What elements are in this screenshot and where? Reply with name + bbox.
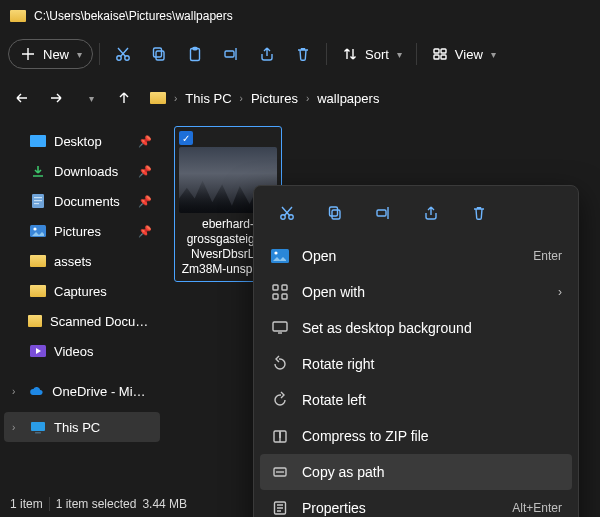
chevron-right-icon: › xyxy=(174,93,177,104)
pin-icon: 📌 xyxy=(138,135,152,148)
sidebar-item-assets[interactable]: assets xyxy=(4,246,160,276)
ctx-zip[interactable]: Compress to ZIP file xyxy=(260,418,572,454)
svg-point-27 xyxy=(274,251,277,254)
svg-rect-28 xyxy=(273,285,278,290)
sort-icon xyxy=(341,45,359,63)
accel: Alt+Enter xyxy=(512,501,562,515)
ctx-rotate-left[interactable]: Rotate left xyxy=(260,382,572,418)
share-button[interactable] xyxy=(250,37,284,71)
new-button[interactable]: New ▾ xyxy=(8,39,93,69)
folder-icon xyxy=(28,315,42,327)
ctx-open[interactable]: OpenEnter xyxy=(260,238,572,274)
svg-point-17 xyxy=(33,227,36,230)
cut-button[interactable] xyxy=(106,37,140,71)
svg-rect-2 xyxy=(156,51,164,60)
context-menu: OpenEnter Open with› Set as desktop back… xyxy=(253,185,579,517)
svg-rect-6 xyxy=(225,51,234,57)
svg-rect-30 xyxy=(273,294,278,299)
titlebar[interactable]: C:\Users\bekaise\Pictures\wallpapers xyxy=(0,0,600,32)
accel: Enter xyxy=(533,249,562,263)
copy-icon xyxy=(150,45,168,63)
scissors-icon xyxy=(278,204,296,222)
rotate-right-icon xyxy=(270,355,290,373)
scissors-icon xyxy=(114,45,132,63)
chevron-down-icon: ▾ xyxy=(491,49,496,60)
crumb-wallpapers[interactable]: wallpapers xyxy=(317,91,379,106)
cloud-icon xyxy=(28,383,44,399)
svg-rect-13 xyxy=(34,197,42,198)
rename-button[interactable] xyxy=(214,37,248,71)
expand-icon[interactable]: › xyxy=(12,422,22,433)
recent-button[interactable]: ▾ xyxy=(76,84,104,112)
view-button[interactable]: View ▾ xyxy=(423,37,504,71)
sidebar-item-captures[interactable]: Captures xyxy=(4,276,160,306)
paste-button[interactable] xyxy=(178,37,212,71)
up-button[interactable] xyxy=(110,84,138,112)
expand-icon[interactable]: › xyxy=(12,386,20,397)
status-size: 3.44 MB xyxy=(142,497,187,511)
copy-icon xyxy=(326,204,344,222)
sort-button[interactable]: Sort ▾ xyxy=(333,37,410,71)
ctx-properties[interactable]: PropertiesAlt+Enter xyxy=(260,490,572,517)
ctx-rename-button[interactable] xyxy=(362,196,404,230)
copy-button[interactable] xyxy=(142,37,176,71)
svg-rect-25 xyxy=(377,210,386,216)
toolbar: New ▾ Sort ▾ View ▾ xyxy=(0,32,600,76)
separator xyxy=(416,43,417,65)
chevron-down-icon: ▾ xyxy=(397,49,402,60)
folder-icon xyxy=(10,10,26,22)
plus-icon xyxy=(19,45,37,63)
ctx-delete-button[interactable] xyxy=(458,196,500,230)
ctx-copy-button[interactable] xyxy=(314,196,356,230)
sidebar-item-onedrive[interactable]: ›OneDrive - Microsoft xyxy=(4,376,160,406)
sidebar-item-downloads[interactable]: Downloads📌 xyxy=(4,156,160,186)
path-icon xyxy=(270,463,290,481)
address-bar[interactable]: › This PC › Pictures › wallpapers xyxy=(144,91,379,106)
pin-icon: 📌 xyxy=(138,225,152,238)
svg-rect-23 xyxy=(332,210,340,219)
svg-rect-7 xyxy=(434,49,439,53)
properties-icon xyxy=(270,499,290,517)
ctx-rotate-right[interactable]: Rotate right xyxy=(260,346,572,382)
pictures-icon xyxy=(30,223,46,239)
crumb-this-pc[interactable]: This PC xyxy=(185,91,231,106)
svg-rect-24 xyxy=(330,207,338,216)
monitor-icon xyxy=(270,319,290,337)
ctx-share-button[interactable] xyxy=(410,196,452,230)
sidebar-item-documents[interactable]: Documents📌 xyxy=(4,186,160,216)
status-selected: 1 item selected xyxy=(56,497,137,511)
sidebar-item-desktop[interactable]: Desktop📌 xyxy=(4,126,160,156)
crumb-pictures[interactable]: Pictures xyxy=(251,91,298,106)
context-toolbar xyxy=(260,192,572,238)
ctx-copy-as-path[interactable]: Copy as path xyxy=(260,454,572,490)
selected-check-icon[interactable]: ✓ xyxy=(179,131,193,145)
pin-icon: 📌 xyxy=(138,165,152,178)
svg-rect-14 xyxy=(34,200,42,201)
svg-rect-11 xyxy=(30,135,46,147)
delete-button[interactable] xyxy=(286,37,320,71)
sidebar-item-thispc[interactable]: ›This PC xyxy=(4,412,160,442)
separator xyxy=(99,43,100,65)
videos-icon xyxy=(30,343,46,359)
rename-icon xyxy=(222,45,240,63)
svg-rect-8 xyxy=(441,49,446,53)
svg-rect-31 xyxy=(282,294,287,299)
svg-rect-15 xyxy=(34,203,39,204)
sidebar-item-videos[interactable]: Videos xyxy=(4,336,160,366)
chevron-right-icon: › xyxy=(240,93,243,104)
ctx-set-background[interactable]: Set as desktop background xyxy=(260,310,572,346)
view-icon xyxy=(431,45,449,63)
title-path: C:\Users\bekaise\Pictures\wallpapers xyxy=(34,9,233,23)
forward-button[interactable] xyxy=(42,84,70,112)
svg-rect-19 xyxy=(31,422,45,431)
ctx-cut-button[interactable] xyxy=(266,196,308,230)
ctx-open-with[interactable]: Open with› xyxy=(260,274,572,310)
folder-icon xyxy=(150,92,166,104)
back-button[interactable] xyxy=(8,84,36,112)
sidebar-item-scanned[interactable]: Scanned Documents xyxy=(4,306,160,336)
pin-icon: 📌 xyxy=(138,195,152,208)
svg-rect-9 xyxy=(434,55,439,59)
sidebar-item-pictures[interactable]: Pictures📌 xyxy=(4,216,160,246)
trash-icon xyxy=(294,45,312,63)
nav-row: ▾ › This PC › Pictures › wallpapers xyxy=(0,76,600,120)
